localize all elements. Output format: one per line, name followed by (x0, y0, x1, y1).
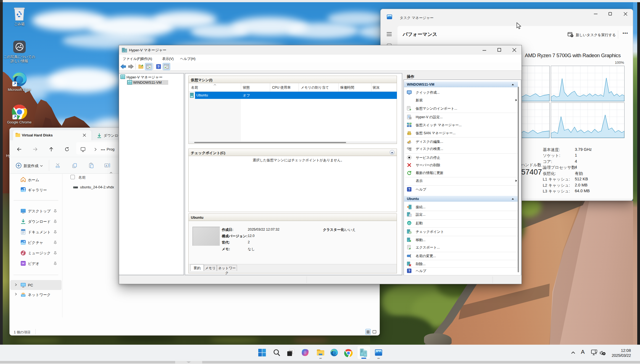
svg-text:?: ? (408, 269, 410, 273)
svg-text:A: A (106, 164, 107, 167)
svg-text:?: ? (408, 188, 410, 191)
svg-text:?: ? (157, 65, 159, 69)
